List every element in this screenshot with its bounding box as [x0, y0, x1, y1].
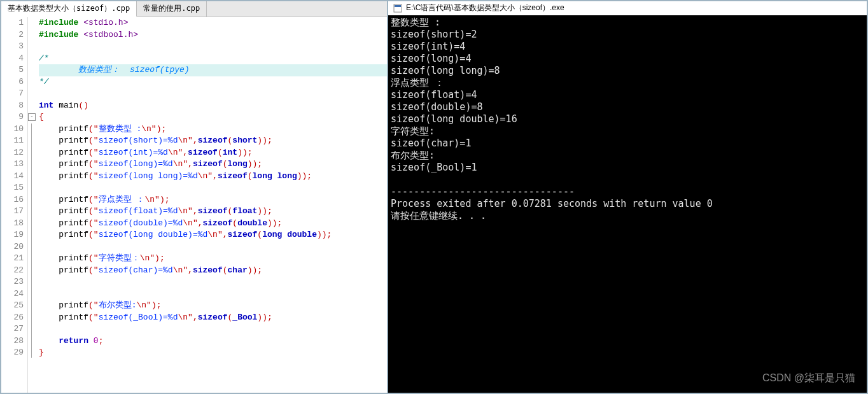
- code-editor[interactable]: 1234567891011121314151617181920212223242…: [1, 17, 387, 393]
- code-line[interactable]: [39, 241, 387, 253]
- code-line[interactable]: 数据类型： sizeof(tpye): [39, 64, 387, 76]
- line-number: 5: [1, 64, 24, 76]
- app-container: 基本数据类型大小（sizeof）.cpp常量的使用.cpp 1234567891…: [0, 0, 868, 394]
- line-number: 22: [1, 265, 24, 277]
- code-line[interactable]: printf("sizeof(int)=%d\n",sizeof(int));: [39, 147, 387, 159]
- line-number: 1: [1, 17, 24, 29]
- code-line[interactable]: printf("浮点类型 ：\n");: [39, 194, 387, 206]
- code-line[interactable]: }: [39, 347, 387, 359]
- tab[interactable]: 常量的使用.cpp: [137, 1, 207, 17]
- line-number: 13: [1, 158, 24, 171]
- line-number: 24: [1, 288, 24, 300]
- code-line[interactable]: printf("sizeof(char)=%d\n",sizeof(char))…: [39, 265, 387, 277]
- line-number: 12: [1, 147, 24, 159]
- line-number: 17: [1, 206, 24, 218]
- line-number: 25: [1, 300, 24, 312]
- code-area[interactable]: #include <stdio.h>#include <stdbool.h> /…: [37, 17, 387, 393]
- code-line[interactable]: [39, 288, 387, 300]
- code-line[interactable]: [39, 276, 387, 288]
- watermark: CSDN @柒耳是只猫: [762, 372, 855, 385]
- line-number: 14: [1, 171, 24, 183]
- code-line[interactable]: [39, 323, 387, 335]
- code-line[interactable]: [39, 182, 387, 194]
- line-number: 16: [1, 194, 24, 206]
- line-number: 28: [1, 335, 24, 348]
- line-number: 21: [1, 253, 24, 265]
- console-pane: E:\C语言代码\基本数据类型大小（sizeof）.exe 整数类型 : siz…: [388, 0, 868, 394]
- code-line[interactable]: printf("sizeof(_Bool)=%d\n",sizeof(_Bool…: [39, 312, 387, 324]
- console-output[interactable]: 整数类型 : sizeof(short)=2 sizeof(int)=4 siz…: [388, 15, 867, 393]
- line-number: 20: [1, 241, 24, 253]
- code-line[interactable]: int main(): [39, 100, 387, 112]
- line-number: 27: [1, 323, 24, 335]
- exe-icon: [393, 4, 402, 13]
- line-number: 19: [1, 229, 24, 241]
- code-line[interactable]: printf("sizeof(long double)=%d\n",sizeof…: [39, 229, 387, 241]
- line-number: 7: [1, 88, 24, 100]
- line-number: 11: [1, 135, 24, 147]
- code-line[interactable]: return 0;: [39, 335, 387, 348]
- console-title-text: E:\C语言代码\基本数据类型大小（sizeof）.exe: [406, 2, 564, 14]
- code-line[interactable]: printf("sizeof(short)=%d\n",sizeof(short…: [39, 135, 387, 147]
- code-line[interactable]: [39, 41, 387, 53]
- line-number: 26: [1, 312, 24, 324]
- line-number: 29: [1, 347, 24, 359]
- console-titlebar: E:\C语言代码\基本数据类型大小（sizeof）.exe: [388, 1, 867, 15]
- line-gutter: 1234567891011121314151617181920212223242…: [1, 17, 28, 393]
- line-number: 23: [1, 276, 24, 288]
- code-line[interactable]: printf("布尔类型:\n");: [39, 300, 387, 312]
- line-number: 4: [1, 53, 24, 65]
- line-number: 3: [1, 41, 24, 53]
- line-number: 8: [1, 100, 24, 112]
- line-number: 10: [1, 123, 24, 136]
- code-line[interactable]: #include <stdbool.h>: [39, 29, 387, 41]
- svg-rect-1: [395, 5, 401, 7]
- fold-column: -: [28, 17, 37, 393]
- line-number: 6: [1, 76, 24, 88]
- code-line[interactable]: printf("sizeof(double)=%d\n",sizeof(doub…: [39, 218, 387, 230]
- line-number: 18: [1, 218, 24, 230]
- code-line[interactable]: printf("sizeof(long)=%d\n",sizeof(long))…: [39, 158, 387, 171]
- code-line[interactable]: */: [39, 76, 387, 88]
- tab-bar: 基本数据类型大小（sizeof）.cpp常量的使用.cpp: [1, 1, 387, 17]
- line-number: 2: [1, 29, 24, 41]
- editor-pane: 基本数据类型大小（sizeof）.cpp常量的使用.cpp 1234567891…: [0, 0, 388, 394]
- code-line[interactable]: printf("sizeof(float)=%d\n",sizeof(float…: [39, 206, 387, 218]
- code-line[interactable]: printf("整数类型 :\n");: [39, 123, 387, 136]
- tab[interactable]: 基本数据类型大小（sizeof）.cpp: [1, 1, 137, 17]
- code-line[interactable]: /*: [39, 53, 387, 65]
- line-number: 15: [1, 182, 24, 194]
- code-line[interactable]: #include <stdio.h>: [39, 17, 387, 29]
- fold-toggle[interactable]: -: [28, 113, 36, 121]
- line-number: 9: [1, 111, 24, 123]
- code-line[interactable]: [39, 88, 387, 100]
- code-line[interactable]: {: [39, 111, 387, 123]
- code-line[interactable]: printf("sizeof(long long)=%d\n",sizeof(l…: [39, 171, 387, 183]
- code-line[interactable]: printf("字符类型：\n");: [39, 253, 387, 265]
